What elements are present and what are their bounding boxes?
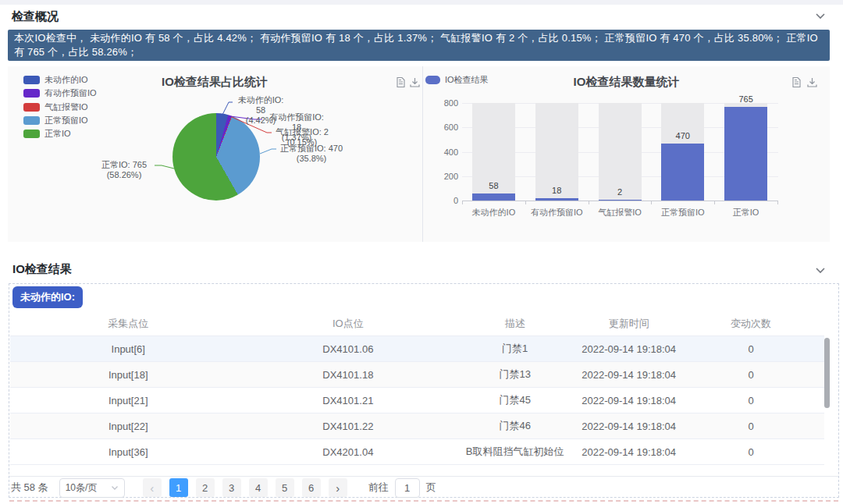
x-axis-category-label: 正常预留IO: [648, 207, 718, 218]
table-row[interactable]: Input[22]DX4101.22门禁462022-09-14 19:18:0…: [10, 413, 824, 439]
table-cell: 门禁46: [450, 419, 580, 433]
top-strip: [0, 0, 843, 5]
table-row[interactable]: Input[6]DX4101.06门禁12022-09-14 19:18:040: [10, 336, 824, 362]
pie-legend-item[interactable]: 正常预留IO: [23, 115, 88, 126]
bar-legend-label: IO检查结果: [445, 74, 489, 86]
bar-data-view-icon[interactable]: [791, 76, 802, 88]
gridline: [462, 201, 778, 201]
pie-legend-label: 气缸报警IO: [44, 101, 88, 113]
summary-banner: 本次IO检查中， 未动作的IO 有 58 个，占比 4.42%； 有动作预留IO…: [8, 30, 830, 61]
table-cell: DX4101.21: [246, 395, 450, 406]
goto-label: 前往: [368, 481, 389, 495]
x-axis-tick: [589, 201, 589, 204]
page-button[interactable]: 6: [302, 478, 321, 497]
table-cell: 0: [678, 421, 824, 432]
bar[interactable]: [472, 193, 515, 201]
pie-legend-item[interactable]: 气缸报警IO: [23, 101, 88, 113]
table-cell: Input[6]: [10, 343, 246, 355]
result-type-badge[interactable]: 未动作的IO:: [12, 286, 83, 308]
pagination-bar: 共 58 条 10条/页 ‹ 123456 › 前往 页: [11, 477, 831, 498]
bar[interactable]: [661, 144, 704, 201]
pie-data-view-icon[interactable]: [395, 76, 407, 88]
page-size-select[interactable]: 10条/页: [59, 478, 125, 498]
x-axis-tick: [462, 201, 463, 204]
x-axis-category-label: 气缸报警IO: [585, 207, 655, 218]
pie-legend-item[interactable]: 未动作的IO: [23, 74, 88, 86]
table-cell: 2022-09-14 19:18:04: [580, 395, 678, 406]
pie-chart[interactable]: [173, 113, 260, 201]
overview-collapse-chevron-down-icon[interactable]: [814, 12, 827, 21]
y-axis-tick-label: 0: [427, 196, 458, 205]
y-axis-tick-label: 200: [427, 172, 458, 181]
table-cell: 2022-09-14 19:18:04: [580, 421, 678, 432]
goto-page-input[interactable]: [395, 478, 420, 498]
page-button[interactable]: 5: [276, 478, 294, 497]
table-cell: Input[22]: [10, 421, 246, 432]
bar-value-label: 765: [723, 94, 770, 104]
pie-slice-label: 正常IO: 765(58.26%): [95, 160, 153, 180]
bar[interactable]: [599, 200, 642, 201]
table-header-row: 采集点位IO点位描述更新时间变动次数: [10, 312, 824, 336]
pie-slice-label: 正常预留IO: 470(35.8%): [278, 144, 345, 164]
bar-value-label: 58: [470, 181, 517, 190]
section-overview-title: 检查概况: [12, 9, 59, 24]
bar-legend-item[interactable]: IO检查结果: [425, 74, 489, 86]
table-cell: Input[21]: [10, 395, 246, 406]
pie-legend-swatch: [23, 103, 40, 112]
table-cell: 门禁45: [450, 393, 580, 407]
y-axis-tick-label: 800: [427, 98, 458, 108]
pie-legend-label: 正常IO: [44, 128, 71, 140]
table-header-cell: 采集点位: [10, 317, 246, 331]
results-collapse-chevron-down-icon[interactable]: [814, 266, 827, 275]
table-header-cell: 变动次数: [678, 317, 824, 331]
bar[interactable]: [724, 107, 767, 201]
table-header-cell: IO点位: [246, 317, 450, 331]
y-axis-tick-label: 400: [427, 147, 458, 157]
table-cell: Input[36]: [10, 446, 246, 458]
table-cell: 2022-09-14 19:18:04: [580, 369, 678, 381]
x-axis-tick: [777, 201, 778, 204]
page-button[interactable]: 2: [196, 478, 215, 497]
table-cell: DX4201.04: [246, 446, 450, 458]
table-header-cell: 更新时间: [580, 317, 678, 331]
table-row[interactable]: Input[36]DX4201.04B取料阻挡气缸初始位2022-09-14 1…: [10, 439, 824, 465]
table-row[interactable]: Input[21]DX4101.21门禁452022-09-14 19:18:0…: [10, 388, 824, 413]
pie-legend-swatch: [23, 76, 40, 84]
page-unit-label: 页: [426, 481, 436, 495]
bar-download-icon[interactable]: [806, 76, 818, 88]
pie-download-icon[interactable]: [409, 76, 421, 88]
table-cell: DX4101.22: [246, 421, 450, 432]
table-cell: B取料阻挡气缸初始位: [450, 445, 580, 459]
x-axis-category-label: 正常IO: [711, 207, 781, 218]
pie-legend-item[interactable]: 有动作预留IO: [23, 87, 97, 99]
bar[interactable]: [535, 198, 578, 201]
dashboard-screen: 检查概况 本次IO检查中， 未动作的IO 有 58 个，占比 4.42%； 有动…: [0, 0, 843, 504]
pagination-divider: [9, 476, 838, 477]
table-header-cell: 描述: [450, 317, 580, 331]
pie-legend-swatch: [23, 130, 40, 138]
prev-page-button[interactable]: ‹: [143, 478, 162, 497]
bar-value-label: 470: [660, 131, 706, 140]
page-button[interactable]: 1: [169, 478, 188, 497]
table-row[interactable]: Input[18]DX4101.18门禁132022-09-14 19:18:0…: [10, 362, 824, 388]
next-page-button[interactable]: ›: [329, 478, 347, 497]
bottom-dashed-line: [9, 500, 838, 502]
table-cell: 2022-09-14 19:18:04: [580, 446, 678, 458]
table-cell: 0: [678, 446, 824, 458]
table-cell: 0: [678, 343, 824, 355]
bar-legend-swatch: [425, 76, 440, 84]
pie-legend-swatch: [23, 89, 40, 98]
x-axis-category-label: 有动作预留IO: [521, 207, 592, 218]
table-scrollbar[interactable]: [824, 338, 830, 408]
table-cell: Input[18]: [10, 369, 246, 381]
pie-legend-swatch: [23, 116, 40, 125]
y-axis-tick-label: 600: [427, 122, 458, 132]
page-button[interactable]: 4: [249, 478, 268, 497]
table-cell: 门禁13: [450, 367, 580, 382]
page-size-value: 10条/页: [66, 481, 98, 495]
x-axis-category-label: 未动作的IO: [458, 207, 528, 218]
pie-legend-item[interactable]: 正常IO: [23, 128, 71, 140]
charts-panel-divider: [422, 66, 423, 242]
table-cell: 2022-09-14 19:18:04: [580, 343, 678, 355]
page-button[interactable]: 3: [222, 478, 241, 497]
